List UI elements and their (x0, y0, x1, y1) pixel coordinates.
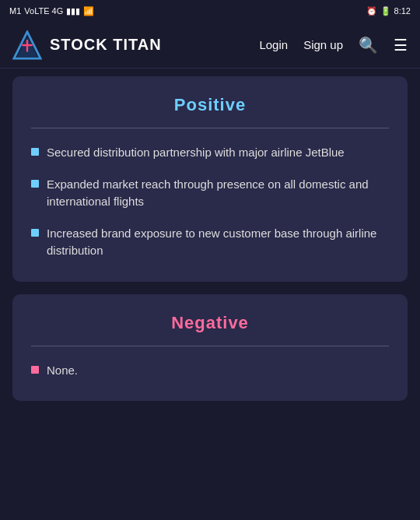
bullet-icon (31, 366, 39, 374)
navbar: STOCK TITAN Login Sign up 🔍 ☰ (0, 22, 420, 69)
status-right: ⏰ 🔋 8:12 (366, 6, 411, 16)
list-item: None. (31, 362, 389, 380)
bullet-icon (31, 229, 39, 237)
brand-container: STOCK TITAN (12, 30, 259, 60)
list-item: Increased brand exposure to new customer… (31, 225, 389, 260)
brand-logo-icon (12, 30, 42, 60)
positive-item-2: Expanded market reach through presence o… (47, 176, 389, 211)
signup-link[interactable]: Sign up (303, 38, 343, 51)
positive-title: Positive (31, 95, 389, 115)
negative-list: None. (31, 362, 389, 380)
menu-icon[interactable]: ☰ (394, 36, 408, 54)
network-label: VoLTE 4G (24, 6, 63, 16)
status-bar: M1 VoLTE 4G ▮▮▮ 📶 ⏰ 🔋 8:12 (0, 0, 420, 22)
alarm-icon: ⏰ (366, 6, 377, 16)
time-label: 8:12 (394, 6, 411, 16)
battery-icon: 🔋 (380, 6, 391, 16)
status-left: M1 VoLTE 4G ▮▮▮ 📶 (9, 6, 94, 16)
bullet-icon (31, 180, 39, 188)
carrier-label: M1 (9, 6, 21, 16)
negative-title: Negative (31, 313, 389, 333)
navbar-links: Login Sign up 🔍 ☰ (259, 36, 408, 54)
wifi-icon: 📶 (83, 6, 94, 16)
positive-card: Positive Secured distribution partnershi… (12, 76, 408, 282)
bullet-icon (31, 148, 39, 156)
positive-divider (31, 128, 389, 128)
positive-item-3: Increased brand exposure to new customer… (47, 225, 389, 260)
negative-item-1: None. (47, 362, 78, 380)
negative-divider (31, 346, 389, 346)
signal-icon: ▮▮▮ (66, 6, 80, 16)
list-item: Expanded market reach through presence o… (31, 176, 389, 211)
positive-list: Secured distribution partnership with ma… (31, 144, 389, 260)
main-content: Positive Secured distribution partnershi… (0, 69, 420, 520)
login-link[interactable]: Login (259, 38, 288, 51)
search-icon[interactable]: 🔍 (359, 36, 378, 54)
positive-item-1: Secured distribution partnership with ma… (47, 144, 345, 162)
negative-card: Negative None. (12, 294, 408, 402)
list-item: Secured distribution partnership with ma… (31, 144, 389, 162)
brand-name-label: STOCK TITAN (50, 36, 162, 54)
